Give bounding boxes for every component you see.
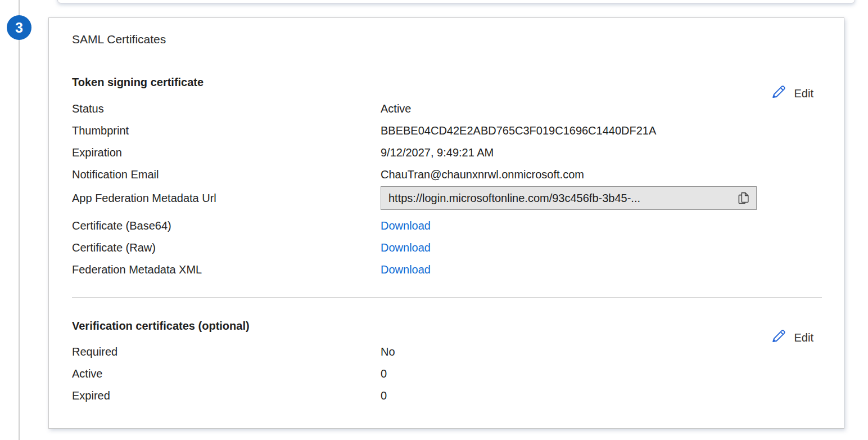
property-value: 0 — [381, 385, 387, 407]
card-title: SAML Certificates — [72, 33, 166, 46]
download-link[interactable]: Download — [381, 237, 431, 259]
property-value: 0 — [381, 363, 387, 385]
download-row: Certificate (Raw) Download — [72, 237, 431, 259]
property-value: BBEBE04CD42E2ABD765C3F019C1696C1440DF21A — [381, 120, 656, 142]
property-value: No — [381, 341, 395, 363]
property-value: 9/12/2027, 9:49:21 AM — [381, 142, 494, 164]
property-row: Status Active — [72, 98, 656, 120]
property-label: Notification Email — [72, 164, 381, 186]
download-link[interactable]: Download — [381, 215, 431, 237]
property-label: Active — [72, 363, 381, 385]
edit-button-label: Edit — [794, 331, 813, 344]
section-divider — [72, 297, 822, 298]
metadata-url-label: App Federation Metadata Url — [72, 192, 381, 205]
step-number: 3 — [15, 20, 23, 36]
previous-card-edge — [57, 0, 855, 3]
download-row-label: Certificate (Raw) — [72, 237, 381, 259]
edit-button-label: Edit — [794, 87, 813, 100]
download-row: Certificate (Base64) Download — [72, 215, 431, 237]
property-row: Required No — [72, 341, 395, 363]
property-row: Expiration 9/12/2027, 9:49:21 AM — [72, 142, 656, 164]
metadata-url-row: App Federation Metadata Url https://logi… — [72, 186, 757, 210]
token-signing-section-title: Token signing certificate — [72, 76, 204, 89]
edit-token-signing-button[interactable]: Edit — [770, 84, 813, 104]
download-row: Federation Metadata XML Download — [72, 259, 431, 281]
property-value: Active — [381, 98, 411, 120]
pencil-icon — [770, 84, 786, 104]
verification-section-title: Verification certificates (optional) — [72, 320, 250, 333]
property-row: Active 0 — [72, 363, 395, 385]
property-label: Required — [72, 341, 381, 363]
step-number-badge: 3 — [7, 15, 31, 40]
property-row: Thumbprint BBEBE04CD42E2ABD765C3F019C169… — [72, 120, 656, 142]
download-row-label: Certificate (Base64) — [72, 215, 381, 237]
verification-properties: Required No Active 0 Expired 0 — [72, 341, 395, 407]
copy-icon — [736, 191, 751, 206]
property-label: Thumbprint — [72, 120, 381, 142]
saml-certificates-card: SAML Certificates Edit Token signing cer… — [48, 17, 844, 429]
certificate-downloads: Certificate (Base64) Download Certificat… — [72, 215, 431, 281]
download-row-label: Federation Metadata XML — [72, 259, 381, 281]
property-label: Expiration — [72, 142, 381, 164]
download-link[interactable]: Download — [381, 259, 431, 281]
step-connector-line — [19, 0, 20, 440]
metadata-url-value: https://login.microsoftonline.com/93c456… — [388, 192, 733, 205]
property-value: ChauTran@chaunxnrwl.onmicrosoft.com — [381, 164, 584, 186]
property-label: Status — [72, 98, 381, 120]
token-signing-properties: Status Active Thumbprint BBEBE04CD42E2AB… — [72, 98, 656, 186]
metadata-url-field[interactable]: https://login.microsoftonline.com/93c456… — [381, 186, 757, 210]
pencil-icon — [770, 328, 786, 348]
property-label: Expired — [72, 385, 381, 407]
property-row: Notification Email ChauTran@chaunxnrwl.o… — [72, 164, 656, 186]
edit-verification-button[interactable]: Edit — [770, 328, 813, 348]
property-row: Expired 0 — [72, 385, 395, 407]
copy-button[interactable] — [736, 191, 751, 206]
